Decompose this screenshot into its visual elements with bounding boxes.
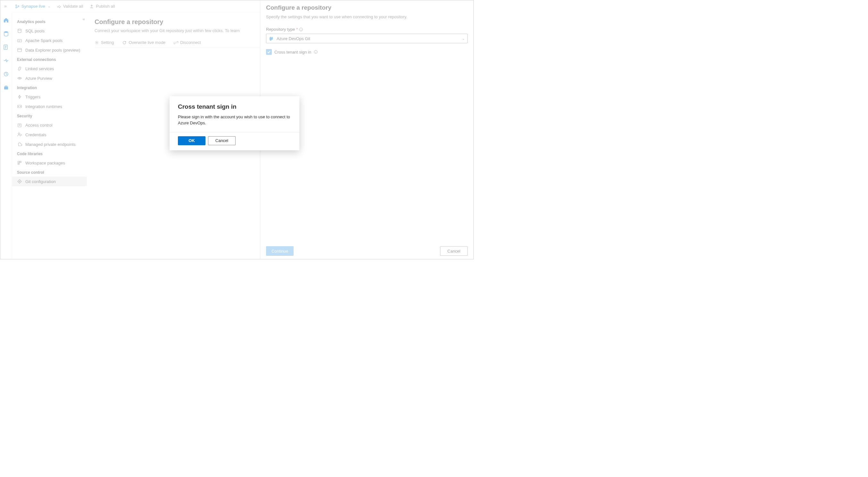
modal-title: Cross tenant sign in — [178, 103, 291, 110]
modal-ok-button[interactable]: OK — [178, 136, 206, 145]
cross-tenant-signin-modal: Cross tenant sign in Please sign in with… — [169, 96, 299, 150]
modal-text: Please sign in with the account you wish… — [178, 114, 291, 126]
modal-cancel-button[interactable]: Cancel — [208, 136, 236, 145]
